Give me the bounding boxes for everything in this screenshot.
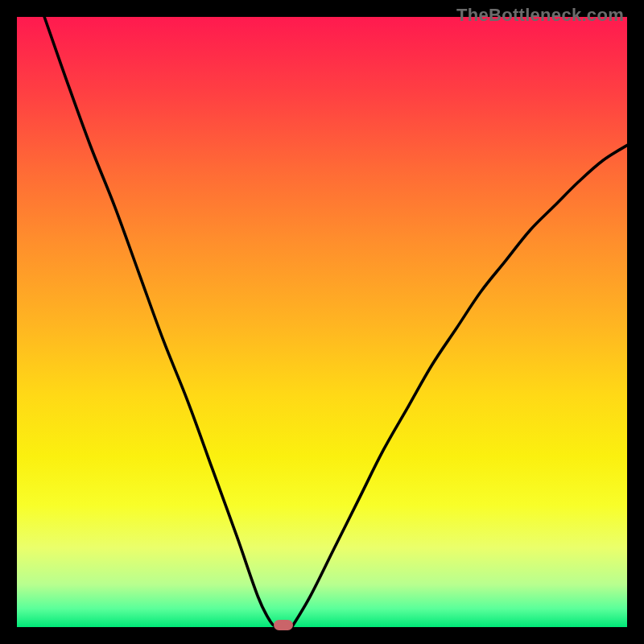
minimum-marker	[274, 620, 293, 630]
curve-right-branch	[291, 145, 627, 627]
watermark-text: TheBottleneck.com	[456, 5, 624, 26]
curve-left-branch	[44, 17, 276, 627]
bottleneck-curve	[17, 17, 627, 627]
plot-area	[17, 17, 627, 627]
chart-frame: TheBottleneck.com	[0, 0, 644, 644]
